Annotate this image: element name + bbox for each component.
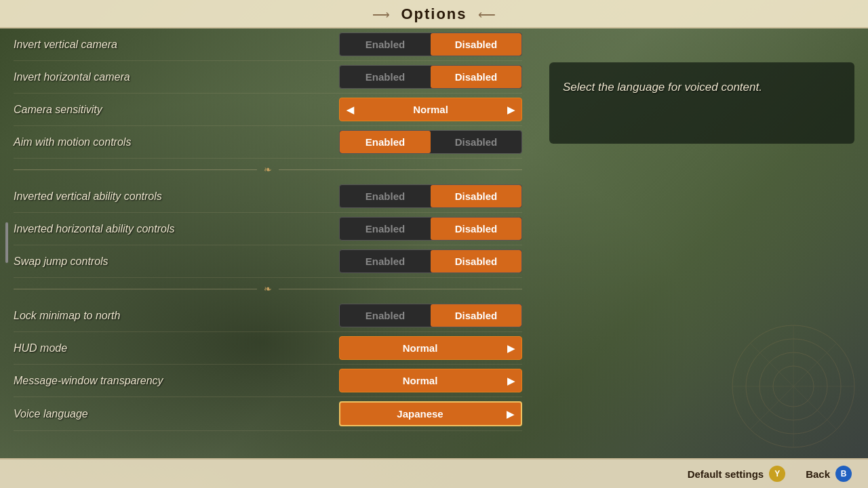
toggle-enabled-invert-vert-ability[interactable]: Enabled [340,185,431,207]
selector-right-arrow-camera[interactable]: ▶ [500,99,521,121]
selector-right-arrow-message[interactable]: ▶ [500,370,521,392]
scroll-indicator [5,222,8,263]
toggle-enabled-invert-vertical[interactable]: Enabled [340,33,431,56]
setting-row-lock-minimap: Lock minimap to north Enabled Disabled [14,300,522,332]
selector-value-voice: Japanese [340,403,500,425]
divider-ornament-1: ❧ [264,164,272,175]
setting-row-aim-motion: Aim with motion controls Enabled Disable… [14,126,522,159]
header: ⟶ Options ⟵ [0,0,868,28]
toggle-disabled-aim-motion[interactable]: Disabled [431,131,521,153]
setting-row-invert-vertical: Invert vertical camera Enabled Disabled [14,28,522,61]
toggle-enabled-aim-motion[interactable]: Enabled [340,131,431,153]
setting-row-message-transparency: Message-window transparency Normal ▶ [14,365,522,397]
divider-ornament-2: ❧ [264,283,272,294]
selector-right-arrow-hud[interactable]: ▶ [500,338,521,359]
setting-control-invert-vertical: Enabled Disabled [339,33,522,56]
header-deco-right: ⟵ [478,7,496,22]
setting-label-invert-horizontal: Invert horizontal camera [14,71,339,83]
header-deco-left: ⟶ [372,7,390,22]
setting-label-hud-mode: HUD mode [14,342,339,354]
divider-1: ❧ [14,159,522,180]
toggle-enabled-lock-minimap[interactable]: Enabled [340,304,431,327]
setting-label-invert-vert-ability: Inverted vertical ability controls [14,190,339,203]
default-settings-label: Default settings [688,468,764,480]
toggle-enabled-invert-horizontal[interactable]: Enabled [340,66,431,88]
setting-row-hud-mode: HUD mode Normal ▶ [14,332,522,365]
setting-control-voice-language: Japanese ▶ [339,401,522,426]
setting-label-message-transparency: Message-window transparency [14,375,339,387]
setting-control-camera-sensitivity: ◀ Normal ▶ [339,98,522,121]
setting-row-invert-horiz-ability: Inverted horizontal ability controls Ena… [14,213,522,245]
setting-control-lock-minimap: Enabled Disabled [339,304,522,327]
right-panel: Select the language for voiced content. [536,28,868,457]
divider-line-left-1 [14,169,257,170]
back-icon: B [835,466,852,482]
toggle-aim-motion[interactable]: Enabled Disabled [339,130,522,154]
setting-control-invert-horizontal: Enabled Disabled [339,65,522,89]
info-box: Select the language for voiced content. [549,62,854,144]
toggle-disabled-lock-minimap[interactable]: Disabled [431,304,521,327]
setting-label-swap-jump: Swap jump controls [14,256,339,268]
setting-control-aim-motion: Enabled Disabled [339,130,522,154]
selector-value-hud: Normal [340,337,500,359]
selector-value-message: Normal [340,369,500,392]
setting-control-swap-jump: Enabled Disabled [339,249,522,273]
setting-label-invert-horiz-ability: Inverted horizontal ability controls [14,223,339,235]
circle-decoration [726,319,861,454]
setting-control-invert-horiz-ability: Enabled Disabled [339,217,522,241]
divider-2: ❧ [14,278,522,300]
selector-camera-sensitivity[interactable]: ◀ Normal ▶ [339,98,522,121]
setting-label-invert-vertical: Invert vertical camera [14,39,339,51]
selector-value-camera: Normal [361,98,500,121]
setting-control-message-transparency: Normal ▶ [339,369,522,392]
main-area: Invert vertical camera Enabled Disabled … [0,28,868,457]
setting-label-lock-minimap: Lock minimap to north [14,310,339,322]
setting-row-swap-jump: Swap jump controls Enabled Disabled [14,245,522,278]
toggle-enabled-swap-jump[interactable]: Enabled [340,250,431,272]
settings-panel: Invert vertical camera Enabled Disabled … [0,28,536,457]
setting-label-voice-language: Voice language [14,408,339,420]
page-title: Options [401,5,467,22]
toggle-lock-minimap[interactable]: Enabled Disabled [339,304,522,327]
toggle-disabled-invert-horizontal[interactable]: Disabled [431,66,521,88]
divider-line-right-1 [279,169,522,170]
toggle-invert-vertical[interactable]: Enabled Disabled [339,33,522,56]
selector-right-arrow-voice[interactable]: ▶ [500,403,521,425]
selector-message-transparency[interactable]: Normal ▶ [339,369,522,392]
setting-label-aim-motion: Aim with motion controls [14,136,339,148]
toggle-disabled-invert-horiz-ability[interactable]: Disabled [431,218,521,240]
setting-label-camera-sensitivity: Camera sensitivity [14,104,339,116]
bottom-bar: Default settings Y Back B [0,458,868,488]
selector-voice-language[interactable]: Japanese ▶ [339,401,522,426]
setting-row-camera-sensitivity: Camera sensitivity ◀ Normal ▶ [14,94,522,126]
info-text: Select the language for voiced content. [563,81,762,94]
toggle-disabled-invert-vert-ability[interactable]: Disabled [431,185,521,207]
setting-control-hud-mode: Normal ▶ [339,336,522,360]
toggle-enabled-invert-horiz-ability[interactable]: Enabled [340,218,431,240]
toggle-invert-horizontal[interactable]: Enabled Disabled [339,65,522,89]
default-settings-icon: Y [769,466,785,482]
setting-row-invert-vert-ability: Inverted vertical ability controls Enabl… [14,180,522,213]
toggle-invert-vert-ability[interactable]: Enabled Disabled [339,184,522,208]
back-button[interactable]: Back B [806,466,852,482]
setting-row-voice-language: Voice language Japanese ▶ [14,397,522,431]
selector-left-arrow-camera[interactable]: ◀ [340,99,361,121]
toggle-invert-horiz-ability[interactable]: Enabled Disabled [339,217,522,241]
setting-control-invert-vert-ability: Enabled Disabled [339,184,522,208]
toggle-disabled-swap-jump[interactable]: Disabled [431,250,521,272]
default-settings-button[interactable]: Default settings Y [688,466,786,482]
toggle-disabled-invert-vertical[interactable]: Disabled [431,33,521,56]
divider-line-right-2 [279,289,522,289]
setting-row-invert-horizontal: Invert horizontal camera Enabled Disable… [14,61,522,94]
back-label: Back [806,468,830,480]
divider-line-left-2 [14,289,257,289]
selector-hud-mode[interactable]: Normal ▶ [339,336,522,360]
toggle-swap-jump[interactable]: Enabled Disabled [339,249,522,273]
